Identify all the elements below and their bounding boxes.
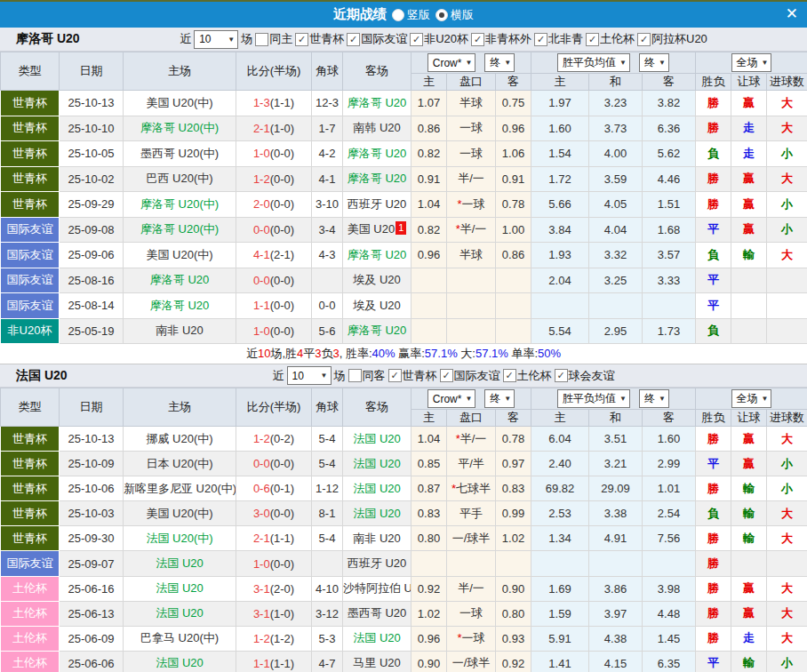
recent-count-select[interactable]: 10 ▼ [287,366,332,385]
halftime-score: (0-0) [270,172,294,186]
match-date-cell: 25-06-16 [60,576,124,601]
checkbox-checked-icon[interactable]: ✓ [534,33,547,46]
home-odds-cell: 0.83 [411,501,447,526]
home-team-cell: 摩洛哥 U20(中) [124,192,236,218]
halftime-score: (0-0) [270,299,294,312]
home-team-name: 墨西哥 U20(中) [140,147,219,160]
home-team-name: 美国 U20(中) [146,507,212,520]
checkbox-checked-icon[interactable]: ✓ [586,33,599,46]
home-odds-cell [411,293,447,319]
score-cell: 1-3(1-1) [236,91,312,116]
section-bar-morocco: 摩洛哥 U20 近 10 ▼ 场 同主 ✓世青杯✓国际友谊✓非U20杯✓非青杯外… [0,28,807,52]
checkbox-unchecked-icon[interactable] [255,33,268,46]
avg-odds-select[interactable]: 胜平负均值▼ [557,53,630,72]
result-cell: 勝 [696,601,731,626]
fulltime-score: 0-0 [253,223,270,236]
col-handicap: 盘口 [447,410,496,427]
radio-horizontal-label[interactable]: 横版 [451,7,474,23]
checkbox-checked-icon[interactable]: ✓ [347,33,360,46]
checkbox-checked-icon[interactable]: ✓ [637,33,651,46]
home-team-name: 挪威 U20(中) [146,432,212,445]
col-result: 胜负 [696,74,731,91]
same-home-checkbox[interactable]: 同主 [255,31,292,47]
full-match-select[interactable]: 全场▼ [731,53,772,72]
odds-final-select[interactable]: 终▼ [484,389,515,408]
recent-count-select[interactable]: 10 ▼ [194,30,238,49]
result-cell: 勝 [696,526,731,551]
handicap-result-cell [731,551,767,576]
odds-provider-select[interactable]: Crow*▼ [427,53,476,72]
avg-away-cell: 1.51 [643,192,696,218]
league-filter-checkbox[interactable]: ✓非青杯外 [471,31,531,47]
handicap-result-cell [731,318,767,344]
league-filters: ✓世青杯✓国际友谊✓土伦杯✓球会友谊 [388,368,615,384]
avg-final-select[interactable]: 终▼ [639,53,669,72]
result-cell: 勝 [696,626,731,651]
handicap-star: * [456,222,460,236]
league-filter-checkbox[interactable]: ✓非U20杯 [410,31,468,47]
checkbox-checked-icon[interactable]: ✓ [471,33,484,46]
filter-bar: 近 10 ▼ 场 同主 ✓世青杯✓国际友谊✓非U20杯✓非青杯外✓北非青✓土伦杯… [100,30,707,49]
close-icon[interactable]: ✕ [786,4,798,24]
summary-text-part: 大: [458,347,475,360]
league-filter-checkbox[interactable]: ✓土伦杯 [503,368,552,384]
match-date-cell: 25-10-09 [60,452,124,476]
result-cell: 平 [696,268,731,293]
near-label: 近 [180,31,191,47]
avg-draw-cell: 4.00 [589,141,643,167]
home-team-cell: 挪威 U20(中) [124,427,236,452]
corner-cell: 3-10 [312,192,343,218]
league-label: 世青杯 [309,31,344,47]
corner-cell: 4-3 [312,243,343,268]
checkbox-checked-icon[interactable]: ✓ [388,369,402,382]
halftime-score: (0-0) [270,507,294,520]
match-row: 非U20杯25-05-19南非 U201-0(0-0)5-6摩洛哥 U205.5… [1,318,807,344]
radio-vertical-label[interactable]: 竖版 [407,7,430,23]
league-filter-checkbox[interactable]: ✓土伦杯 [586,31,635,47]
result-cell: 負 [696,243,731,268]
team-title: 法国 U20 [16,368,68,384]
checkbox-checked-icon[interactable]: ✓ [295,33,308,46]
fulltime-score: 1-0 [253,557,270,571]
col-type: 类型 [1,388,60,427]
away-team-name: 西班牙 U20 [348,556,406,570]
full-match-select[interactable]: 全场▼ [731,389,772,408]
radio-selected-icon[interactable] [435,9,448,21]
odds-final-select[interactable]: 终▼ [484,53,515,72]
league-filter-checkbox[interactable]: ✓阿拉杯U20 [637,31,707,47]
avg-odds-select[interactable]: 胜平负均值▼ [557,389,630,408]
league-filter-checkbox[interactable]: ✓世青杯 [295,31,344,47]
score-cell: 0-0(0-0) [236,217,312,243]
checkbox-checked-icon[interactable]: ✓ [503,369,516,382]
summary-text-part: 近 [246,347,258,360]
home-team-name: 摩洛哥 U20 [150,299,209,312]
select-value: 终 [644,55,655,70]
league-filter-checkbox[interactable]: ✓国际友谊 [440,368,500,384]
home-odds-cell: 0.96 [411,626,447,651]
league-filter-checkbox[interactable]: ✓北非青 [534,31,583,47]
layout-vertical-radio[interactable]: 竖版 [392,7,430,23]
same-away-checkbox[interactable]: 同客 [348,368,386,384]
checkbox-checked-icon[interactable]: ✓ [555,369,568,382]
halftime-score: (0-0) [270,147,294,160]
summary-text-part: 赢率: [396,347,425,360]
avg-home-cell: 1.93 [531,243,589,268]
checkbox-unchecked-icon[interactable] [348,369,362,382]
league-filter-checkbox[interactable]: ✓世青杯 [388,368,437,384]
radio-unselected-icon[interactable] [392,9,404,21]
league-filter-checkbox[interactable]: ✓国际友谊 [347,31,407,47]
checkbox-checked-icon[interactable]: ✓ [440,369,453,382]
league-label: 球会友谊 [569,368,615,384]
match-type-cell: 世青杯 [1,427,60,452]
league-filter-checkbox[interactable]: ✓球会友谊 [555,368,615,384]
goals-result-cell: 大 [767,91,807,116]
odds-provider-select[interactable]: Crow*▼ [427,389,476,408]
home-team-name: 摩洛哥 U20 [150,273,209,286]
avg-final-select[interactable]: 终▼ [639,389,669,408]
away-team-cell: 摩洛哥 U20 [343,318,411,344]
checkbox-checked-icon[interactable]: ✓ [410,33,423,46]
match-date-cell: 25-09-29 [60,192,124,218]
match-row: 世青杯25-10-10摩洛哥 U20(中)2-1(1-0)1-7南韩 U200.… [1,116,807,141]
home-odds-cell [411,318,447,344]
layout-horizontal-radio[interactable]: 横版 [435,7,474,23]
